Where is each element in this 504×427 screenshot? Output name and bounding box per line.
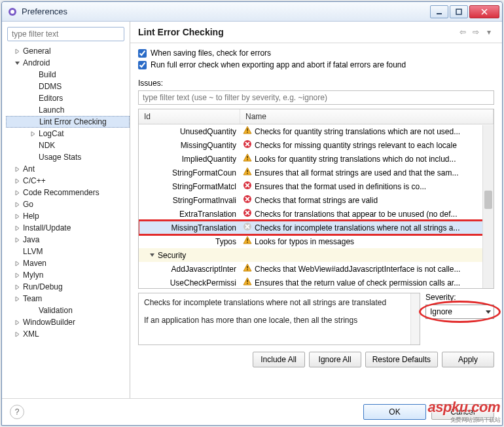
tree-item[interactable]: NDK <box>6 139 130 151</box>
tree-item[interactable]: Run/Debug <box>6 281 130 293</box>
column-header-id[interactable]: Id <box>139 109 240 124</box>
svg-rect-9 <box>247 170 248 172</box>
tree-item[interactable]: Team <box>6 293 130 305</box>
tree-item-label: WindowBuilder <box>22 318 75 327</box>
tree-item[interactable]: Validation <box>6 305 130 316</box>
table-scrollbar[interactable] <box>482 125 494 288</box>
tree-item[interactable]: Usage Stats <box>6 151 130 163</box>
expand-closed-icon[interactable] <box>12 235 22 244</box>
tree-item[interactable]: Ant <box>6 163 130 175</box>
expand-closed-icon[interactable] <box>12 294 22 303</box>
table-row[interactable]: StringFormatCounEnsures that all format … <box>139 166 494 179</box>
column-header-name[interactable]: Name <box>240 109 494 124</box>
expand-closed-icon[interactable] <box>12 188 22 197</box>
tree-item[interactable]: XML <box>6 328 130 340</box>
expand-closed-icon[interactable] <box>12 223 22 232</box>
table-row[interactable]: StringFormatInvaliChecks that format str… <box>139 193 494 207</box>
tree-item[interactable]: Java <box>6 234 130 246</box>
row-name: Ensures that the return value of check p… <box>255 278 460 288</box>
tree-item-label: LogCat <box>37 129 64 138</box>
tree-filter-input[interactable] <box>7 27 124 41</box>
tree-item[interactable]: General <box>6 45 130 57</box>
restore-defaults-button[interactable]: Restore Defaults <box>365 352 438 367</box>
table-category-row[interactable]: Security <box>139 248 494 262</box>
help-icon[interactable]: ? <box>10 405 24 419</box>
tree-item[interactable]: WindowBuilder <box>6 316 130 328</box>
tree-item[interactable]: C/C++ <box>6 175 130 187</box>
row-id: MissingTranslation <box>139 223 240 232</box>
expand-closed-icon[interactable] <box>12 318 22 327</box>
severity-icon <box>243 222 252 233</box>
tree-item[interactable]: Mylyn <box>6 269 130 281</box>
desc-scrollbar[interactable] <box>410 293 420 344</box>
cancel-button[interactable]: Cancel <box>431 404 494 420</box>
severity-select[interactable]: Ignore <box>425 305 494 319</box>
nav-menu-icon[interactable]: ▾ <box>484 27 494 37</box>
ignore-all-button[interactable]: Ignore All <box>309 352 361 367</box>
expand-closed-icon[interactable] <box>12 164 22 174</box>
tree-item[interactable]: LogCat <box>6 128 130 139</box>
apply-button[interactable]: Apply <box>442 352 494 367</box>
tree-spacer <box>28 141 37 150</box>
expand-closed-icon[interactable] <box>12 200 22 209</box>
svg-rect-4 <box>247 128 248 131</box>
tree-item[interactable]: Lint Error Checking <box>6 116 130 128</box>
expand-closed-icon[interactable] <box>12 329 22 339</box>
expand-closed-icon[interactable] <box>12 176 22 185</box>
tree-item[interactable]: Help <box>6 210 130 222</box>
full-check-export-checkbox[interactable] <box>138 61 147 69</box>
check-on-save-row[interactable]: When saving files, check for errors <box>138 48 494 58</box>
row-name: Checks for quantity string translations … <box>255 127 460 136</box>
tree-item[interactable]: Build <box>6 69 130 81</box>
table-row[interactable]: UnusedQuantityChecks for quantity string… <box>139 124 494 138</box>
row-name: Checks for incomplete translations where… <box>255 223 459 232</box>
tree-item[interactable]: LLVM <box>6 246 130 257</box>
table-row[interactable]: AddJavascriptInterChecks that WebView#ad… <box>139 262 494 276</box>
table-row[interactable]: MissingQuantityChecks for missing quanti… <box>139 138 494 152</box>
include-all-button[interactable]: Include All <box>253 352 305 367</box>
ok-button[interactable]: OK <box>363 404 426 420</box>
tree-item[interactable]: DDMS <box>6 81 130 92</box>
table-row[interactable]: StringFormatMatclEnsures that the format… <box>139 179 494 193</box>
chevron-down-icon <box>486 310 491 314</box>
tree-item[interactable]: Install/Update <box>6 222 130 234</box>
nav-forward-icon[interactable]: ⇨ <box>471 27 481 37</box>
app-icon <box>7 7 18 17</box>
tree-item[interactable]: Editors <box>6 92 130 104</box>
page-title: Lint Error Checking <box>138 27 224 37</box>
preferences-tree[interactable]: GeneralAndroidBuildDDMSEditorsLaunchLint… <box>5 45 130 394</box>
full-check-export-row[interactable]: Run full error check when exporting app … <box>138 60 494 69</box>
tree-item[interactable]: Launch <box>6 104 130 116</box>
expand-closed-icon[interactable] <box>12 259 22 268</box>
tree-item[interactable]: Maven <box>6 257 130 269</box>
titlebar[interactable]: Preferences <box>2 2 502 22</box>
tree-item-label: Build <box>37 70 56 79</box>
expand-open-icon[interactable] <box>12 58 22 67</box>
expand-closed-icon[interactable] <box>12 46 22 56</box>
expand-closed-icon[interactable] <box>28 129 37 138</box>
severity-icon <box>243 277 252 288</box>
nav-back-icon[interactable]: ⇦ <box>458 27 468 37</box>
expand-closed-icon[interactable] <box>12 212 22 221</box>
issues-table[interactable]: Id Name UnusedQuantityChecks for quantit… <box>138 109 494 289</box>
tree-item[interactable]: Android <box>6 57 130 69</box>
minimize-button[interactable] <box>430 5 448 18</box>
severity-icon <box>243 263 252 274</box>
expand-closed-icon[interactable] <box>12 282 22 291</box>
check-on-save-checkbox[interactable] <box>138 49 147 58</box>
table-row[interactable]: ExtraTranslationChecks for translations … <box>139 207 494 221</box>
table-row[interactable]: ImpliedQuantityLooks for quantity string… <box>139 152 494 166</box>
issues-filter-input[interactable] <box>138 90 494 105</box>
expand-closed-icon[interactable] <box>12 270 22 280</box>
tree-item[interactable]: Go <box>6 198 130 210</box>
row-id: StringFormatMatcl <box>139 182 240 191</box>
row-id: MissingQuantity <box>139 141 240 150</box>
table-row[interactable]: MissingTranslationChecks for incomplete … <box>139 221 494 234</box>
table-row[interactable]: UseCheckPermissiEnsures that the return … <box>139 276 494 288</box>
close-button[interactable] <box>469 5 499 18</box>
tree-item-label: NDK <box>37 141 55 150</box>
table-row[interactable]: TyposLooks for typos in messages <box>139 234 494 248</box>
svg-rect-20 <box>247 283 248 284</box>
tree-item[interactable]: Code Recommenders <box>6 187 130 198</box>
maximize-button[interactable] <box>450 5 468 18</box>
